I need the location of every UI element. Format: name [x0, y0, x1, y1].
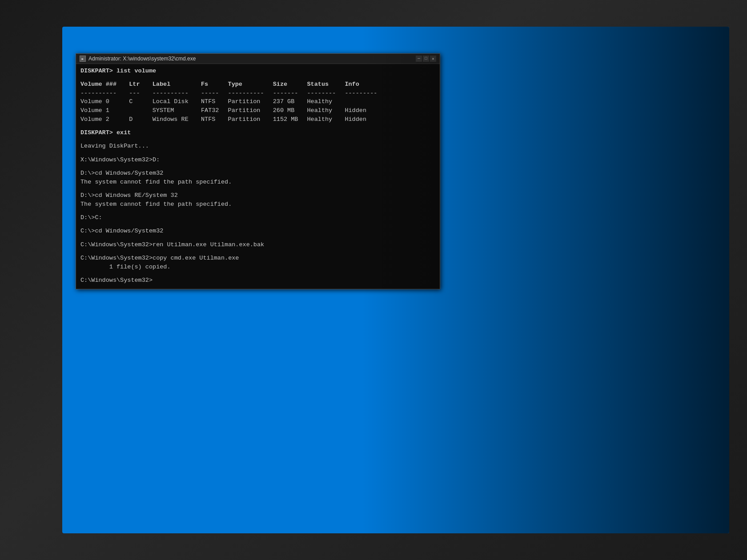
col-header-size: Size: [273, 80, 307, 89]
cell-fs-2: NTFS: [201, 115, 228, 124]
maximize-button[interactable]: □: [423, 56, 429, 62]
err-path-not-found-2: The system cannot find the path specifie…: [80, 200, 435, 209]
window-controls: ─ □ ✕: [416, 56, 436, 62]
sep-volume: ----------: [80, 89, 129, 98]
col-header-label: Label: [153, 80, 201, 89]
cell-fs-0: NTFS: [201, 97, 228, 106]
table-row: Volume 0 C Local Disk NTFS Partition 237…: [80, 97, 382, 106]
cell-size-2: 1152 MB: [273, 115, 307, 124]
final-prompt[interactable]: C:\Windows\System32>: [80, 276, 435, 285]
cell-info-2: Hidden: [345, 115, 382, 124]
diskpart-exit-cmd: DISKPART> exit: [80, 128, 435, 137]
cell-status-1: Healthy: [307, 106, 345, 115]
cmd-title: Administrator: X:\windows\system32\cmd.e…: [88, 56, 413, 62]
table-header-row: Volume ### Ltr Label Fs Type Size Status…: [80, 80, 382, 89]
cmd-cd-win-re: D:\>cd Windows RE/System 32: [80, 191, 435, 200]
cell-info-0: [345, 97, 382, 106]
cell-size-0: 237 GB: [273, 97, 307, 106]
cell-ltr-0: C: [129, 97, 153, 106]
cell-type-1: Partition: [228, 106, 273, 115]
err-path-not-found-1: The system cannot find the path specifie…: [80, 178, 435, 187]
cell-label-0: Local Disk: [153, 97, 201, 106]
screen-area: ▶ Administrator: X:\windows\system32\cmd…: [62, 27, 729, 533]
cmd-ren-utilman: C:\Windows\System32>ren Utilman.exe Util…: [80, 240, 435, 249]
leaving-diskpart: Leaving DiskPart...: [80, 142, 435, 151]
col-header-type: Type: [228, 80, 273, 89]
col-header-fs: Fs: [201, 80, 228, 89]
cell-label-1: SYSTEM: [153, 106, 201, 115]
cell-info-1: Hidden: [345, 106, 382, 115]
cell-fs-1: FAT32: [201, 106, 228, 115]
cell-volume-2: Volume 2: [80, 115, 129, 124]
cmd-icon: ▶: [80, 56, 86, 62]
close-button[interactable]: ✕: [430, 56, 436, 62]
cmd-copy-cmd: C:\Windows\System32>copy cmd.exe Utilman…: [80, 254, 435, 263]
cell-size-1: 260 MB: [273, 106, 307, 115]
cmd-titlebar: ▶ Administrator: X:\windows\system32\cmd…: [76, 54, 440, 64]
sep-ltr: ---: [129, 89, 153, 98]
sep-size: -------: [273, 89, 307, 98]
col-header-status: Status: [307, 80, 345, 89]
volume-table: Volume ### Ltr Label Fs Type Size Status…: [80, 80, 382, 124]
cell-ltr-2: D: [129, 115, 153, 124]
col-header-ltr: Ltr: [129, 80, 153, 89]
col-header-volume: Volume ###: [80, 80, 129, 89]
cmd-switch-c: D:\>C:: [80, 213, 435, 222]
cell-ltr-1: [129, 106, 153, 115]
table-separator-row: ---------- --- ---------- ----- --------…: [80, 89, 382, 98]
sep-label: ----------: [153, 89, 201, 98]
cell-volume-0: Volume 0: [80, 97, 129, 106]
cmd-d-drive: X:\Windows\System32>D:: [80, 156, 435, 164]
cmd-cd-win-sys32: D:\>cd Windows/System32: [80, 169, 435, 178]
table-row: Volume 1 SYSTEM FAT32 Partition 260 MB H…: [80, 106, 382, 115]
cell-status-2: Healthy: [307, 115, 345, 124]
cmd-body: DISKPART> list volume Volume ### Ltr Lab…: [76, 64, 440, 289]
cell-type-2: Partition: [228, 115, 273, 124]
cell-status-0: Healthy: [307, 97, 345, 106]
sep-fs: -----: [201, 89, 228, 98]
sep-type: ----------: [228, 89, 273, 98]
cmd-window: ▶ Administrator: X:\windows\system32\cmd…: [76, 53, 440, 289]
cell-type-0: Partition: [228, 97, 273, 106]
cmd-cd-c-sys32: C:\>cd Windows/System32: [80, 227, 435, 236]
copy-result: 1 file(s) copied.: [80, 263, 435, 272]
col-header-info: Info: [345, 80, 382, 89]
table-row: Volume 2 D Windows RE NTFS Partition 115…: [80, 115, 382, 124]
sep-info: ---------: [345, 89, 382, 98]
cell-volume-1: Volume 1: [80, 106, 129, 115]
cell-label-2: Windows RE: [153, 115, 201, 124]
minimize-button[interactable]: ─: [416, 56, 422, 62]
sep-status: --------: [307, 89, 345, 98]
diskpart-list-cmd: DISKPART> list volume: [80, 67, 435, 76]
